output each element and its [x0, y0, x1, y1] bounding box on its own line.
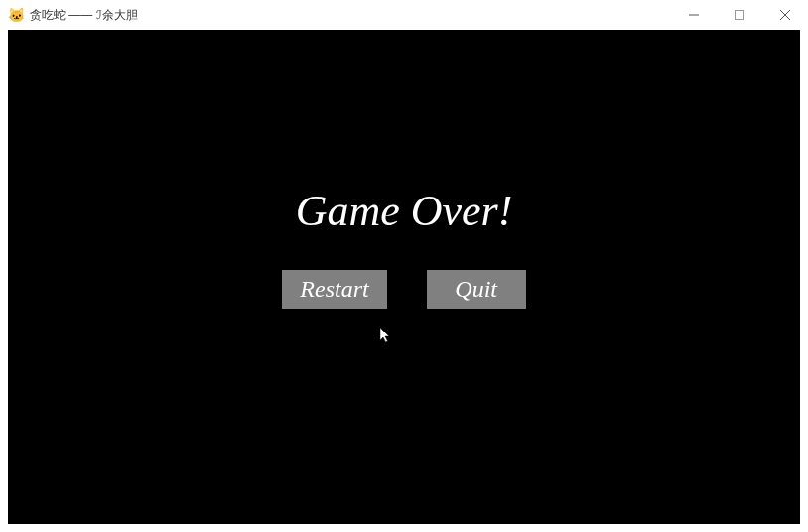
restart-button[interactable]: Restart [282, 270, 386, 309]
titlebar: 🐱 贪吃蛇 —— ℐ余大胆 [0, 0, 808, 30]
maximize-button[interactable] [717, 0, 762, 30]
minimize-button[interactable] [671, 0, 717, 30]
app-icon: 🐱 [8, 7, 24, 23]
cursor-icon [380, 328, 392, 343]
game-area: Game Over! Restart Quit [8, 30, 800, 524]
quit-button[interactable]: Quit [427, 270, 526, 309]
window-title: 贪吃蛇 —— ℐ余大胆 [30, 7, 138, 24]
window-frame: 🐱 贪吃蛇 —— ℐ余大胆 Game Over! Restart Quit [0, 0, 808, 532]
close-button[interactable] [762, 0, 808, 30]
svg-rect-1 [736, 11, 744, 20]
titlebar-left: 🐱 贪吃蛇 —— ℐ余大胆 [8, 7, 138, 24]
button-row: Restart Quit [282, 270, 525, 309]
window-controls [671, 0, 808, 30]
game-over-message: Game Over! [296, 186, 513, 236]
